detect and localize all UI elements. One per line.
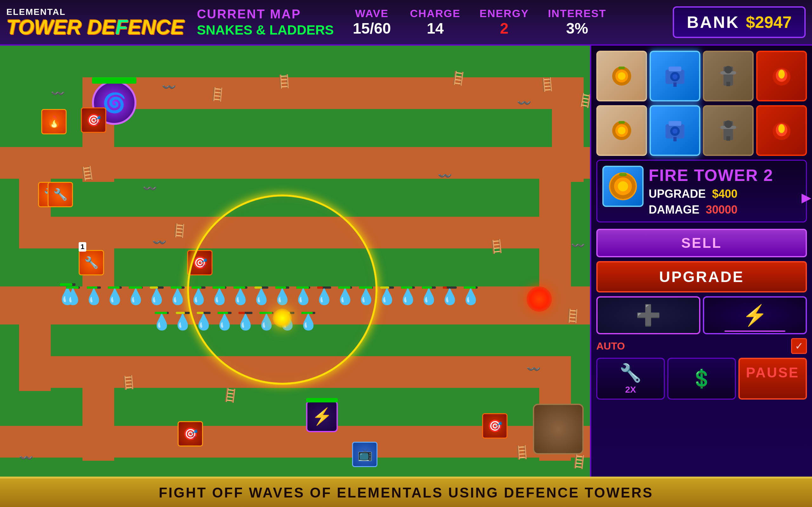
- snake-5: 〰️: [152, 236, 166, 249]
- road-v8: [83, 356, 114, 461]
- e15: 💧: [357, 286, 375, 306]
- svg-rect-19: [618, 121, 625, 124]
- tower-slot-2-2[interactable]: [650, 105, 700, 156]
- selection-arrow: ▶: [802, 190, 811, 205]
- svg-point-15: [778, 70, 785, 78]
- energy-label: ENERGY: [479, 7, 529, 20]
- power-row: ➕ ⚡: [596, 296, 807, 334]
- health-pack-icon[interactable]: ➕: [596, 296, 700, 334]
- e6: 💧: [168, 286, 187, 306]
- tower-map-fire-2[interactable]: 🎯: [81, 107, 106, 133]
- interest-stat: INTEREST 3%: [548, 7, 606, 37]
- bank-value: $2947: [746, 13, 792, 32]
- e24: 💧: [215, 312, 234, 331]
- wave-value: 15/60: [353, 20, 391, 37]
- svg-point-11: [724, 66, 732, 73]
- interest-label: INTEREST: [548, 7, 606, 20]
- tower-grid-1: [596, 51, 807, 101]
- interest-value: 3%: [566, 20, 588, 37]
- upgrade-cost-row: UPGRADE $400: [649, 187, 801, 201]
- svg-rect-8: [673, 82, 676, 87]
- svg-point-7: [672, 74, 677, 79]
- ladder-1: 🪜: [209, 86, 226, 102]
- auto-row: AUTO ✓: [596, 338, 807, 354]
- portal-health-bar: [92, 77, 136, 83]
- e8: 💧: [210, 286, 229, 306]
- money-icon: 💲: [691, 368, 713, 389]
- ladder-2: 🪜: [275, 74, 292, 90]
- svg-rect-12: [726, 82, 730, 86]
- tower-map-4[interactable]: 🔧: [48, 182, 73, 207]
- pause-button[interactable]: PAUSE: [739, 358, 807, 400]
- sell-button[interactable]: SELL: [596, 229, 807, 257]
- snake-3: 〰️: [517, 96, 531, 110]
- ladder-3: 🪜: [450, 70, 467, 87]
- snake-2: 〰️: [162, 80, 176, 94]
- tower-map-blue-1[interactable]: 📺: [352, 442, 377, 467]
- tower-map-fire-5[interactable]: 🎯: [482, 413, 507, 439]
- auto-label: AUTO: [596, 340, 625, 352]
- e10: 💧: [252, 286, 271, 306]
- tower-map-1[interactable]: 🔥: [41, 109, 67, 134]
- tower-slot-1-3[interactable]: [703, 51, 754, 101]
- hit-effect: [526, 286, 552, 312]
- upgrade-button[interactable]: UPGRADE: [596, 261, 807, 292]
- e21: 💧: [152, 312, 171, 331]
- svg-point-27: [724, 120, 732, 128]
- e4: 💧: [126, 286, 145, 306]
- game-map[interactable]: 🌀 🪜 🪜 🪜 🪜 🪜 🪜 🪜 🪜 🪜 🪜 🪜 🪜 🪜 〰️ 〰️ 〰️ 〰️ …: [0, 46, 590, 476]
- e11: 💧: [273, 286, 292, 306]
- snake-6: 〰️: [438, 169, 452, 182]
- tower-map-5[interactable]: 🔧: [79, 250, 104, 275]
- speed-icon: 🔧: [619, 362, 642, 383]
- e28: 💧: [299, 312, 318, 331]
- svg-point-2: [618, 72, 625, 80]
- tower-grid-2: [596, 105, 807, 156]
- logo-area: ELEMENTAL TOWER DEFENCE: [6, 7, 184, 38]
- speed-button[interactable]: 🔧 2X: [596, 358, 665, 400]
- tower-slot-1-4[interactable]: [756, 51, 807, 101]
- e12: 💧: [294, 286, 313, 306]
- e5: 💧: [147, 286, 166, 306]
- ladder-9: 🪜: [564, 308, 581, 324]
- money-button[interactable]: 💲: [667, 358, 736, 400]
- e3: 💧: [105, 286, 124, 306]
- svg-point-23: [672, 129, 677, 134]
- lightning-tower-map[interactable]: ⚡: [306, 400, 338, 432]
- wave-stat: WAVE 15/60: [353, 7, 391, 37]
- map-name: SNAKES & LADDERS: [197, 22, 334, 38]
- current-map-label: CURRENT MAP: [197, 7, 334, 21]
- lightning-icon[interactable]: ⚡: [703, 296, 807, 334]
- auto-checkbox[interactable]: ✓: [791, 338, 807, 354]
- tower-map-fire-4[interactable]: 🎯: [177, 421, 203, 447]
- wave-label: WAVE: [355, 7, 389, 20]
- tower-slot-2-3[interactable]: [703, 105, 754, 156]
- bottom-message: FIGHT OFF WAVES OF ELEMENTALS USING DEFE…: [159, 485, 653, 501]
- tower-slot-2-4[interactable]: [756, 105, 807, 156]
- ladder-6: 🪜: [78, 165, 96, 182]
- snake-7: 〰️: [571, 239, 585, 252]
- tower-level-label: 1: [79, 242, 86, 251]
- tower-icon-large[interactable]: [602, 166, 644, 207]
- tower-name: FIRE TOWER 2: [649, 166, 801, 185]
- svg-rect-5: [669, 66, 681, 71]
- main-area: 🌀 🪜 🪜 🪜 🪜 🪜 🪜 🪜 🪜 🪜 🪜 🪜 🪜 🪜 〰️ 〰️ 〰️ 〰️ …: [0, 46, 812, 476]
- tower-slot-2-1[interactable]: [596, 105, 647, 156]
- svg-rect-3: [618, 66, 625, 69]
- ladder-13: 🪜: [570, 454, 588, 470]
- tower-slot-1-1[interactable]: [596, 51, 647, 101]
- ladder-11: 🪜: [221, 387, 239, 404]
- tower-slot-1-2[interactable]: [650, 51, 700, 101]
- lightning-health-bar: [306, 398, 338, 402]
- road-v7: [19, 286, 51, 391]
- bank-label: BANK: [687, 13, 740, 32]
- damage-value: 30000: [706, 203, 738, 216]
- svg-rect-21: [669, 121, 681, 126]
- bottom-icons: 🔧 2X 💲 PAUSE: [596, 358, 807, 400]
- e18: 💧: [419, 286, 438, 306]
- charge-label: CHARGE: [410, 7, 460, 20]
- tower-map-fire-3[interactable]: 🎯: [187, 250, 212, 275]
- damage-label: DAMAGE: [649, 203, 699, 216]
- upgrade-cost: $400: [712, 187, 738, 201]
- upgrade-label: UPGRADE: [649, 187, 706, 201]
